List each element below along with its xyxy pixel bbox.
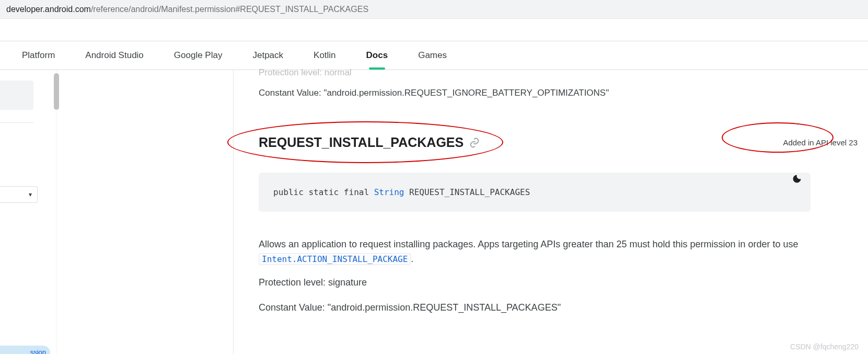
- nav-tab-platform[interactable]: Platform: [22, 42, 55, 69]
- url-bar[interactable]: developer.android.com/reference/android/…: [0, 0, 868, 19]
- content: Protection level: normal Constant Value:…: [233, 70, 868, 354]
- dark-mode-toggle-icon[interactable]: [792, 174, 804, 186]
- desc-text-pre: Allows an application to request install…: [259, 239, 798, 249]
- nav-tab-kotlin[interactable]: Kotlin: [314, 42, 336, 69]
- section-constant-value: Constant Value: "android.permission.REQU…: [259, 302, 561, 313]
- section-heading-text: REQUEST_INSTALL_PACKAGES: [259, 135, 464, 150]
- desc-text-post: .: [411, 254, 413, 264]
- nav-tab-google-play[interactable]: Google Play: [174, 42, 223, 69]
- sidebar-scrollbar[interactable]: [54, 73, 59, 110]
- header-blank: [0, 19, 868, 41]
- chevron-down-icon: ▾: [29, 191, 32, 198]
- nav-tab-android-studio[interactable]: Android Studio: [85, 42, 144, 69]
- sidebar-separator: [0, 122, 33, 123]
- sidebar-active-item[interactable]: ssion: [0, 346, 50, 354]
- prev-constant-value: Constant Value: "android.permission.REQU…: [259, 88, 609, 98]
- signature-prefix: public static final: [273, 187, 374, 197]
- nav-tab-jetpack[interactable]: Jetpack: [252, 42, 283, 69]
- section-heading: REQUEST_INSTALL_PACKAGES: [259, 135, 480, 150]
- section-description: Allows an application to request install…: [259, 237, 800, 267]
- api-level-note[interactable]: Added in API level 23: [783, 138, 858, 147]
- sidebar: ▾ ssion: [0, 70, 56, 354]
- sidebar-item[interactable]: [0, 81, 33, 110]
- nav-tab-docs[interactable]: Docs: [366, 42, 388, 69]
- permalink-icon[interactable]: [469, 137, 480, 149]
- nav-tab-games[interactable]: Games: [418, 42, 447, 69]
- url-domain: developer.android.com: [6, 5, 91, 14]
- sidebar-filter-dropdown[interactable]: ▾: [0, 186, 38, 203]
- primary-nav: Platform Android Studio Google Play Jetp…: [0, 41, 868, 70]
- section-protection-level: Protection level: signature: [259, 277, 367, 288]
- signature-code-block: public static final String REQUEST_INSTA…: [259, 173, 811, 212]
- desc-code-link[interactable]: Intent.ACTION_INSTALL_PACKAGE: [259, 253, 411, 265]
- prev-protection-level: Protection level: normal: [259, 67, 352, 78]
- section-heading-row: REQUEST_INSTALL_PACKAGES Added in API le…: [259, 135, 858, 150]
- signature-suffix: REQUEST_INSTALL_PACKAGES: [404, 187, 530, 197]
- signature-type-link[interactable]: String: [374, 187, 404, 197]
- url-path: /reference/android/Manifest.permission#R…: [91, 5, 368, 14]
- watermark: CSDN @fqcheng220: [790, 342, 859, 351]
